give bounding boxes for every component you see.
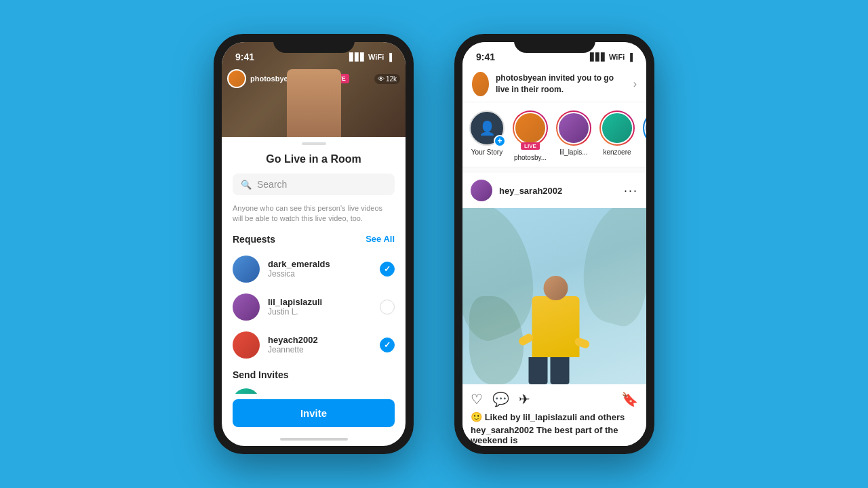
person-figure — [528, 296, 576, 384]
your-story-item[interactable]: 👤 + Your Story — [469, 110, 505, 161]
story-item-3[interactable]: kenzoere — [599, 110, 635, 161]
comment-icon[interactable]: 💬 — [492, 391, 509, 407]
request-handle-2: lil_lapislazuli — [268, 297, 372, 307]
request-info-1: dark_emeralds Jessica — [268, 259, 372, 279]
viewer-count: 👁 12k — [374, 74, 400, 84]
close-icon[interactable]: › — [633, 78, 637, 90]
send-invites-label: Send Invites — [222, 364, 406, 383]
story-item-4[interactable]: dark — [643, 110, 646, 161]
story-ring-1 — [513, 110, 548, 146]
wifi-icon-right: WiFi — [609, 53, 625, 61]
request-handle-1: dark_emeralds — [268, 259, 372, 269]
live-indicator: LIVE — [521, 142, 540, 150]
post-username: hey_sarah2002 — [499, 186, 617, 196]
caption-row: hey_sarah2002 The best part of the weeke… — [462, 425, 646, 446]
notif-text: photosbyean invited you to go live in th… — [496, 73, 627, 96]
request-checkbox-2[interactable] — [380, 300, 395, 314]
notification-banner: photosbyean invited you to go live in th… — [462, 66, 646, 102]
person-head — [543, 276, 568, 300]
request-name-1: Jessica — [268, 269, 372, 279]
invite-button[interactable]: Invite — [233, 399, 395, 427]
search-bar[interactable]: 🔍 Search — [233, 174, 395, 195]
sheet-title: Go Live in a Room — [222, 150, 406, 174]
time-right: 9:41 — [476, 52, 495, 62]
story-item-2[interactable]: lil_lapis... — [556, 110, 591, 161]
your-story-person-icon: 👤 — [479, 120, 496, 136]
viewer-icon: 👁 — [378, 75, 384, 83]
add-story-badge: + — [494, 135, 506, 147]
feed-post: hey_sarah2002 ··· — [462, 173, 646, 446]
search-icon: 🔍 — [241, 180, 252, 190]
invite-row-1[interactable]: kenzoere Sarah — [222, 383, 406, 394]
story-ring-3 — [599, 110, 635, 146]
story-wrap-1: LIVE — [513, 110, 548, 146]
story-label-3: kenzoere — [603, 148, 631, 156]
requests-label: Requests — [233, 234, 275, 245]
request-row-2[interactable]: lil_lapislazuli Justin L. — [222, 288, 406, 326]
request-row-1[interactable]: dark_emeralds Jessica — [222, 250, 406, 288]
person-leg-right — [550, 357, 569, 384]
likes-text: Liked by lil_lapislazuli and others — [485, 412, 625, 422]
story-avatar-4 — [644, 112, 646, 144]
post-header: hey_sarah2002 ··· — [462, 173, 646, 208]
battery-icon-right: ▐ — [627, 53, 633, 61]
notch-right — [514, 34, 595, 53]
bookmark-icon[interactable]: 🔖 — [621, 391, 638, 407]
share-icon[interactable]: ✈ — [519, 391, 530, 407]
search-placeholder: Search — [257, 179, 287, 190]
more-options-icon[interactable]: ··· — [624, 184, 638, 198]
story-ring-2 — [556, 110, 591, 146]
person-legs — [528, 357, 576, 384]
your-story-wrap: 👤 + — [469, 110, 505, 146]
invite-handle-1: kenzoere — [268, 392, 372, 394]
request-avatar-2 — [233, 293, 260, 321]
wifi-icon: WiFi — [368, 53, 384, 61]
request-name-2: Justin L. — [268, 307, 372, 317]
request-checkbox-3[interactable] — [380, 338, 395, 352]
invite-info-1: kenzoere Sarah — [268, 392, 372, 394]
left-phone-screen: 9:41 ▋▋▋ WiFi ▐ photosbyean, ame... LIVE… — [222, 42, 406, 446]
person-leg-left — [528, 357, 547, 384]
likes-emoji: 🙂 — [471, 411, 482, 422]
caption-username: hey_sarah2002 — [471, 425, 534, 435]
live-person-figure — [287, 69, 341, 137]
home-indicator-left — [222, 432, 406, 446]
story-avatar-3 — [601, 112, 633, 144]
bottom-sheet: Go Live in a Room 🔍 Search Anyone who ca… — [222, 137, 406, 446]
post-image — [462, 208, 646, 384]
helper-text: Anyone who can see this person's live vi… — [222, 201, 406, 231]
story-avatar-2 — [557, 112, 590, 144]
post-actions: ♡ 💬 ✈ 🔖 — [462, 384, 646, 411]
story-item-1[interactable]: LIVE photosby... — [513, 110, 548, 161]
likes-row: 🙂 Liked by lil_lapislazuli and others — [462, 411, 646, 425]
requests-list: dark_emeralds Jessica lil_lapislazuli Ju… — [222, 250, 406, 394]
right-phone-screen: 9:41 ▋▋▋ WiFi ▐ photosbyean invited you … — [462, 42, 646, 446]
phones-container: 9:41 ▋▋▋ WiFi ▐ photosbyean, ame... LIVE… — [214, 34, 654, 454]
left-phone: 9:41 ▋▋▋ WiFi ▐ photosbyean, ame... LIVE… — [214, 34, 414, 454]
handle-bar — [302, 142, 326, 145]
request-row-3[interactable]: heyach2002 Jeannette — [222, 326, 406, 364]
like-icon[interactable]: ♡ — [471, 391, 483, 407]
right-phone: 9:41 ▋▋▋ WiFi ▐ photosbyean invited you … — [454, 34, 654, 454]
request-name-3: Jeannette — [268, 345, 372, 354]
live-avatar — [227, 69, 246, 88]
stories-row: 👤 + Your Story LIVE photosb — [462, 102, 646, 167]
person-jacket — [532, 296, 579, 357]
status-icons-left: ▋▋▋ WiFi ▐ — [349, 53, 392, 62]
request-checkbox-1[interactable] — [380, 262, 395, 277]
your-story-label: Your Story — [471, 148, 502, 156]
story-label-1: photosby... — [514, 154, 547, 161]
signal-icon-right: ▋▋▋ — [590, 53, 606, 62]
requests-header: Requests See All — [222, 231, 406, 250]
request-avatar-3 — [233, 331, 260, 359]
time-left: 9:41 — [235, 52, 254, 62]
notif-avatar — [472, 72, 489, 96]
request-info-3: heyach2002 Jeannette — [268, 335, 372, 354]
see-all-link[interactable]: See All — [366, 234, 395, 244]
post-avatar — [471, 180, 492, 201]
story-ring-4 — [643, 110, 646, 146]
viewer-number: 12k — [386, 75, 397, 83]
battery-icon: ▐ — [387, 53, 392, 61]
home-bar-left — [280, 438, 348, 441]
invite-avatar-1 — [233, 388, 260, 394]
